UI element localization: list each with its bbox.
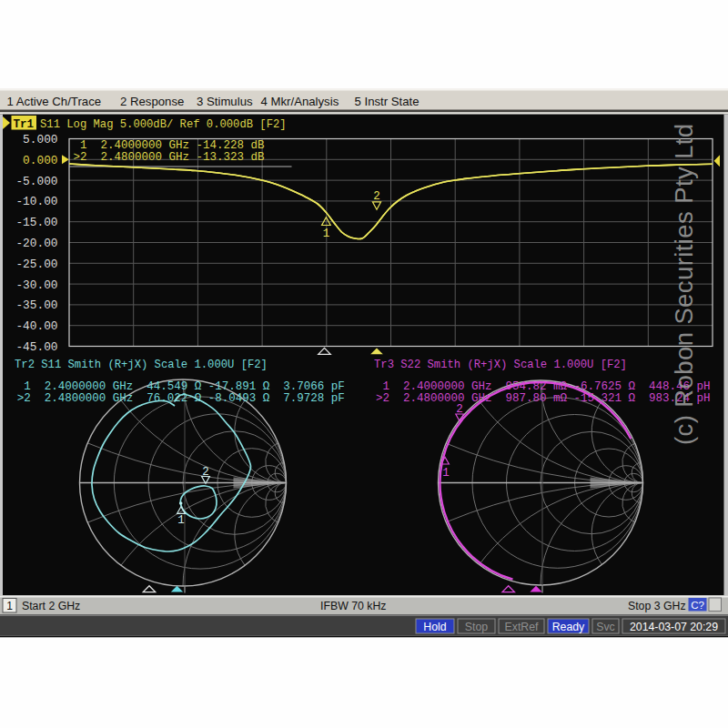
svg-text:Tr2 S11 Smith (R+jX) Scale 1.0: Tr2 S11 Smith (R+jX) Scale 1.000U [F2]	[15, 359, 268, 371]
svg-text:-15.00: -15.00	[15, 216, 57, 229]
svg-text:4 Mkr/Analysis: 4 Mkr/Analysis	[261, 95, 339, 108]
svg-text:>2 2.4800000 GHz 76.022 Ω -8: >2 2.4800000 GHz 76.022 Ω -8.0493 Ω 7.97…	[17, 392, 345, 405]
svg-text:-40.00: -40.00	[15, 319, 57, 333]
svg-text:>2 2.4800000 GHz 987.80 mΩ -: >2 2.4800000 GHz 987.80 mΩ -15.321 Ω 983…	[376, 392, 711, 405]
svg-text:-45.00: -45.00	[15, 340, 57, 354]
svg-text:2: 2	[373, 190, 380, 203]
svg-text:-5.000: -5.000	[15, 175, 57, 188]
svg-text:1 2.4000000 GHz -14.228 dB: 1 2.4000000 GHz -14.228 dB	[80, 139, 265, 152]
svg-text:Stop: Stop	[465, 621, 488, 633]
svg-text:Start 2 GHz: Start 2 GHz	[22, 600, 80, 612]
svg-text:(c) Robon Securities Pty Ltd: (c) Robon Securities Pty Ltd	[670, 123, 698, 445]
svg-text:1 Active Ch/Trace: 1 Active Ch/Trace	[7, 95, 102, 108]
svg-text:1: 1	[442, 467, 450, 480]
svg-text:IFBW 70 kHz: IFBW 70 kHz	[320, 600, 386, 612]
svg-text:-20.00: -20.00	[15, 237, 57, 250]
svg-text:2 Response: 2 Response	[120, 95, 184, 108]
svg-text:5 Instr State: 5 Instr State	[355, 95, 420, 108]
svg-text:ExtRef: ExtRef	[505, 621, 539, 633]
svg-text:1: 1	[323, 228, 330, 240]
svg-text:-35.00: -35.00	[15, 298, 57, 312]
svg-text:-10.00: -10.00	[15, 195, 57, 208]
svg-text:1: 1	[177, 514, 185, 527]
svg-text:3 Stimulus: 3 Stimulus	[197, 95, 253, 108]
svg-text:Hold: Hold	[423, 621, 446, 633]
svg-text:Stop 3 GHz: Stop 3 GHz	[628, 600, 686, 612]
svg-text:Svc: Svc	[596, 621, 615, 633]
svg-text:Tr3 S22 Smith (R+jX) Scale 1.0: Tr3 S22 Smith (R+jX) Scale 1.000U [F2]	[374, 359, 627, 371]
svg-text:Tr1: Tr1	[14, 118, 35, 131]
svg-text:-30.00: -30.00	[15, 278, 57, 292]
svg-text:S11 Log Mag 5.000dB/ Ref 0.000: S11 Log Mag 5.000dB/ Ref 0.000dB [F2]	[40, 118, 287, 131]
svg-text:1: 1	[6, 600, 13, 612]
svg-text:-25.00: -25.00	[15, 258, 57, 271]
svg-text:2014-03-07 20:29: 2014-03-07 20:29	[630, 621, 718, 633]
svg-text:C?: C?	[691, 600, 704, 611]
svg-text:Ready: Ready	[552, 621, 585, 633]
svg-text:0.000: 0.000	[23, 154, 57, 167]
svg-text:>2 2.4800000 GHz -13.323 dB: >2 2.4800000 GHz -13.323 dB	[74, 151, 266, 164]
svg-text:5.000: 5.000	[23, 133, 57, 147]
